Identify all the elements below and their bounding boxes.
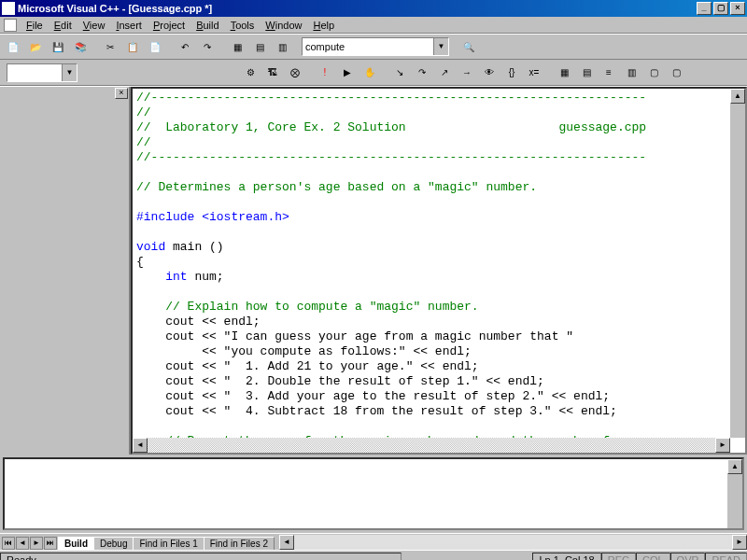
window-list-icon[interactable]: ▥ <box>272 37 292 57</box>
build-toolbar: ▼ ⚙ 🏗 ⨂ ! ▶ ✋ ↘ ↷ ↗ → 👁 {} x= ▦ ▤ ≡ ▥ ▢ … <box>0 60 747 86</box>
execute-icon[interactable]: ! <box>315 63 335 82</box>
tab-find-in-files-2[interactable]: Find in Files 2 <box>204 537 275 550</box>
redo-icon[interactable]: ↷ <box>197 37 218 57</box>
vertical-scrollbar[interactable]: ▲ <box>730 89 745 438</box>
find-icon[interactable]: 🔍 <box>458 37 479 57</box>
menu-window[interactable]: Window <box>260 18 307 33</box>
tab-last-icon[interactable]: ⏭ <box>44 537 57 550</box>
compile-icon[interactable]: ⚙ <box>240 63 261 82</box>
minimize-button[interactable]: _ <box>697 2 712 15</box>
output-icon[interactable]: ▤ <box>249 37 270 57</box>
menu-bar: File Edit View Insert Project Build Tool… <box>0 17 747 34</box>
copy-icon[interactable]: 📋 <box>122 37 143 57</box>
menu-help[interactable]: Help <box>307 18 340 33</box>
quick-watch-icon[interactable]: 👁 <box>479 63 500 82</box>
status-col: COL <box>636 553 670 561</box>
stop-build-icon[interactable]: ⨂ <box>285 63 305 82</box>
new-icon[interactable]: 📄 <box>3 37 23 57</box>
memory-icon[interactable]: ▤ <box>576 63 597 82</box>
document-icon[interactable] <box>4 19 17 32</box>
status-rec: REC <box>601 553 636 561</box>
output-pane[interactable]: ▲ <box>3 457 744 530</box>
step-over-icon[interactable]: ↷ <box>412 63 432 82</box>
tb-icon-2[interactable]: ▢ <box>666 63 686 82</box>
tab-prev-icon[interactable]: ◄ <box>16 537 29 550</box>
build-icon[interactable]: 🏗 <box>262 63 283 82</box>
window-title: Microsoft Visual C++ - [Guessage.cpp *] <box>18 3 212 14</box>
breakpoint-icon[interactable]: ✋ <box>359 63 380 82</box>
scroll-right-icon[interactable]: ► <box>732 535 747 550</box>
close-button[interactable]: × <box>730 2 745 15</box>
config-input[interactable] <box>7 64 62 81</box>
tab-next-icon[interactable]: ► <box>30 537 43 550</box>
tab-find-in-files-1[interactable]: Find in Files 1 <box>133 537 204 550</box>
tb-icon-1[interactable]: ▢ <box>643 63 664 82</box>
code-content[interactable]: //--------------------------------------… <box>133 89 745 455</box>
step-into-icon[interactable]: ↘ <box>389 63 410 82</box>
status-ovr: OVR <box>670 553 706 561</box>
status-position: Ln 1, Col 18 <box>532 553 600 561</box>
status-read: READ <box>705 553 747 561</box>
status-ready: Ready <box>0 553 402 561</box>
tab-hscroll[interactable]: ◄ ► <box>279 535 747 550</box>
save-all-icon[interactable]: 📚 <box>70 37 91 57</box>
find-input[interactable] <box>303 38 433 55</box>
chevron-down-icon[interactable]: ▼ <box>62 64 77 81</box>
menu-view[interactable]: View <box>78 18 111 33</box>
tab-first-icon[interactable]: ⏮ <box>2 537 15 550</box>
run-to-icon[interactable]: → <box>457 63 477 82</box>
scroll-up-icon[interactable]: ▲ <box>730 89 745 104</box>
work-area: × //------------------------------------… <box>0 86 747 455</box>
undo-icon[interactable]: ↶ <box>175 37 195 57</box>
workspace-icon[interactable]: ▦ <box>227 37 247 57</box>
open-icon[interactable]: 📂 <box>25 37 46 57</box>
horizontal-scrollbar[interactable]: ◄ ► <box>133 438 730 453</box>
save-icon[interactable]: 💾 <box>48 37 68 57</box>
output-scrollbar[interactable]: ▲ <box>727 459 742 528</box>
scroll-up-icon[interactable]: ▲ <box>727 459 742 474</box>
find-combo[interactable]: ▼ <box>302 37 449 56</box>
callstack-icon[interactable]: ≡ <box>599 63 619 82</box>
menu-tools[interactable]: Tools <box>225 18 261 33</box>
workspace-pane[interactable]: × <box>0 87 131 455</box>
chevron-down-icon[interactable]: ▼ <box>433 38 448 55</box>
menu-project[interactable]: Project <box>148 18 190 33</box>
menu-file[interactable]: File <box>21 18 49 33</box>
paste-icon[interactable]: 📄 <box>145 37 165 57</box>
code-editor[interactable]: //--------------------------------------… <box>131 87 747 455</box>
variables-icon[interactable]: x= <box>524 63 544 82</box>
menu-insert[interactable]: Insert <box>110 18 148 33</box>
tab-build[interactable]: Build <box>58 537 94 550</box>
scroll-left-icon[interactable]: ◄ <box>279 535 294 550</box>
menu-edit[interactable]: Edit <box>49 18 78 33</box>
standard-toolbar: 📄 📂 💾 📚 ✂ 📋 📄 ↶ ↷ ▦ ▤ ▥ ▼ 🔍 <box>0 34 747 60</box>
title-bar: Microsoft Visual C++ - [Guessage.cpp *] … <box>0 0 747 17</box>
watch-icon[interactable]: {} <box>501 63 522 82</box>
disasm-icon[interactable]: ▥ <box>621 63 641 82</box>
pane-close-icon[interactable]: × <box>115 88 128 99</box>
output-tabs: ⏮ ◄ ► ⏭ Build Debug Find in Files 1 Find… <box>0 533 747 550</box>
registers-icon[interactable]: ▦ <box>554 63 574 82</box>
config-combo[interactable]: ▼ <box>7 63 78 82</box>
maximize-button[interactable]: ▢ <box>713 2 728 15</box>
status-bar: Ready Ln 1, Col 18 REC COL OVR READ <box>0 550 747 560</box>
scroll-right-icon[interactable]: ► <box>715 438 730 453</box>
tab-debug[interactable]: Debug <box>93 537 134 550</box>
menu-build[interactable]: Build <box>190 18 224 33</box>
scroll-left-icon[interactable]: ◄ <box>133 438 148 453</box>
app-icon <box>2 2 15 15</box>
cut-icon[interactable]: ✂ <box>100 37 120 57</box>
go-icon[interactable]: ▶ <box>337 63 358 82</box>
step-out-icon[interactable]: ↗ <box>434 63 455 82</box>
